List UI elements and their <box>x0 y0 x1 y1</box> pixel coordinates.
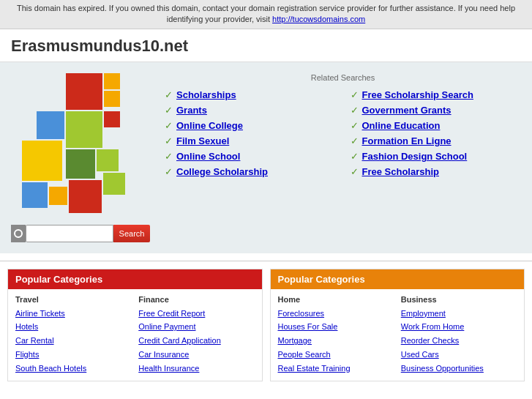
popular-link[interactable]: People Search <box>278 348 394 362</box>
finance-col: Finance Free Credit ReportOnline Payment… <box>138 295 254 375</box>
search-link-item: ✓Scholarships <box>165 89 336 100</box>
mosaic-block <box>104 91 120 107</box>
search-link-item: ✓Grants <box>165 105 336 116</box>
search-input[interactable] <box>26 225 113 242</box>
check-icon: ✓ <box>351 151 359 162</box>
popular-link[interactable]: Used Cars <box>401 348 517 362</box>
related-searches-title: Related Searches <box>165 73 521 82</box>
domain-title: Erasmusmundus10.net <box>0 29 532 62</box>
links-grid: ✓Scholarships✓Free Scholarship Search✓Gr… <box>165 89 521 177</box>
search-link[interactable]: Grants <box>176 105 207 116</box>
mosaic-block <box>49 187 67 205</box>
popular-link[interactable]: South Beach Hotels <box>15 362 131 376</box>
logo-area: Search <box>11 73 150 242</box>
popular-link[interactable]: Free Credit Report <box>138 307 254 321</box>
business-title: Business <box>401 295 517 304</box>
mosaic-block <box>69 180 102 213</box>
related-searches: Related Searches ✓Scholarships✓Free Scho… <box>165 73 521 177</box>
search-link[interactable]: Free Scholarship Search <box>362 89 473 100</box>
search-link[interactable]: Film Sexuel <box>176 135 229 146</box>
popular-link[interactable]: Foreclosures <box>278 307 394 321</box>
popular-section: Popular Categories Travel Airline Ticket… <box>0 269 532 389</box>
check-icon: ✓ <box>165 89 173 100</box>
section-divider <box>0 261 532 261</box>
search-link-item: ✓Fashion Design School <box>351 151 522 162</box>
popular-link[interactable]: Work From Home <box>401 320 517 334</box>
search-link[interactable]: Formation En Ligne <box>362 135 452 146</box>
search-link[interactable]: Online College <box>176 120 243 131</box>
check-icon: ✓ <box>165 151 173 162</box>
check-icon: ✓ <box>351 89 359 100</box>
search-link-item: ✓Film Sexuel <box>165 135 336 146</box>
check-icon: ✓ <box>351 105 359 116</box>
travel-title: Travel <box>15 295 131 304</box>
popular-right-header: Popular Categories <box>271 269 525 289</box>
mosaic-block <box>22 141 62 181</box>
popular-link[interactable]: Hotels <box>15 320 131 334</box>
popular-left-body: Travel Airline TicketsHotelsCar RentalFl… <box>8 289 262 381</box>
popular-link[interactable]: Online Payment <box>138 320 254 334</box>
home-col: Home ForeclosuresHouses For SaleMortgage… <box>278 295 394 375</box>
popular-link[interactable]: Houses For Sale <box>278 320 394 334</box>
popular-link[interactable]: Airline Tickets <box>15 307 131 321</box>
popular-right-body: Home ForeclosuresHouses For SaleMortgage… <box>271 289 525 381</box>
finance-title: Finance <box>138 295 254 304</box>
popular-link[interactable]: Employment <box>401 307 517 321</box>
mosaic-block <box>22 182 48 208</box>
search-link-item: ✓Online College <box>165 120 336 131</box>
mosaic-block <box>66 73 102 110</box>
popular-link[interactable]: Real Estate Training <box>278 362 394 376</box>
search-link[interactable]: Government Grants <box>362 105 452 116</box>
notice-bar: This domain has expired. If you owned th… <box>0 0 532 29</box>
popular-link[interactable]: Car Rental <box>15 334 131 348</box>
popular-link[interactable]: Credit Card Application <box>138 334 254 348</box>
mosaic-block <box>104 73 120 89</box>
search-link[interactable]: Online Education <box>362 120 441 131</box>
popular-link[interactable]: Business Opportunities <box>401 362 517 376</box>
check-icon: ✓ <box>165 166 173 177</box>
search-link[interactable]: Free Scholarship <box>362 166 439 177</box>
check-icon: ✓ <box>165 120 173 131</box>
notice-text: This domain has expired. If you owned th… <box>17 4 515 23</box>
check-icon: ✓ <box>351 166 359 177</box>
check-icon: ✓ <box>165 105 173 116</box>
mosaic-block <box>66 149 95 179</box>
popular-right: Popular Categories Home ForeclosuresHous… <box>270 269 525 381</box>
business-col: Business EmploymentWork From HomeReorder… <box>401 295 517 375</box>
mosaic-block <box>104 111 120 127</box>
main-area: Search Related Searches ✓Scholarships✓Fr… <box>0 62 532 253</box>
mosaic-block <box>97 149 119 171</box>
search-box: Search <box>11 225 151 242</box>
home-title: Home <box>278 295 394 304</box>
popular-left-header: Popular Categories <box>8 269 262 289</box>
popular-link[interactable]: Flights <box>15 348 131 362</box>
mosaic-block <box>66 111 102 148</box>
popular-link[interactable]: Reorder Checks <box>401 334 517 348</box>
search-link-item: ✓Formation En Ligne <box>351 135 522 146</box>
mosaic-block <box>103 173 125 195</box>
popular-link[interactable]: Car Insurance <box>138 348 254 362</box>
mosaic-logo <box>22 73 139 216</box>
search-link-item: ✓Online School <box>165 151 336 162</box>
search-button[interactable]: Search <box>113 225 151 242</box>
search-link[interactable]: College Scholarship <box>176 166 268 177</box>
search-link-item: ✓Online Education <box>351 120 522 131</box>
search-link-item: ✓Free Scholarship Search <box>351 89 522 100</box>
popular-link[interactable]: Health Insurance <box>138 362 254 376</box>
popular-left: Popular Categories Travel Airline Ticket… <box>7 269 263 381</box>
check-icon: ✓ <box>165 135 173 146</box>
travel-col: Travel Airline TicketsHotelsCar RentalFl… <box>15 295 131 375</box>
check-icon: ✓ <box>351 135 359 146</box>
search-link[interactable]: Online School <box>176 151 240 162</box>
search-link[interactable]: Fashion Design School <box>362 151 468 162</box>
search-link[interactable]: Scholarships <box>176 89 236 100</box>
search-link-item: ✓Government Grants <box>351 105 522 116</box>
tucows-link[interactable]: http://tucowsdomains.com <box>272 15 365 23</box>
check-icon: ✓ <box>351 120 359 131</box>
mosaic-block <box>37 111 64 139</box>
search-link-item: ✓College Scholarship <box>165 166 336 177</box>
popular-link[interactable]: Mortgage <box>278 334 394 348</box>
search-link-item: ✓Free Scholarship <box>351 166 522 177</box>
search-icon <box>11 225 26 242</box>
